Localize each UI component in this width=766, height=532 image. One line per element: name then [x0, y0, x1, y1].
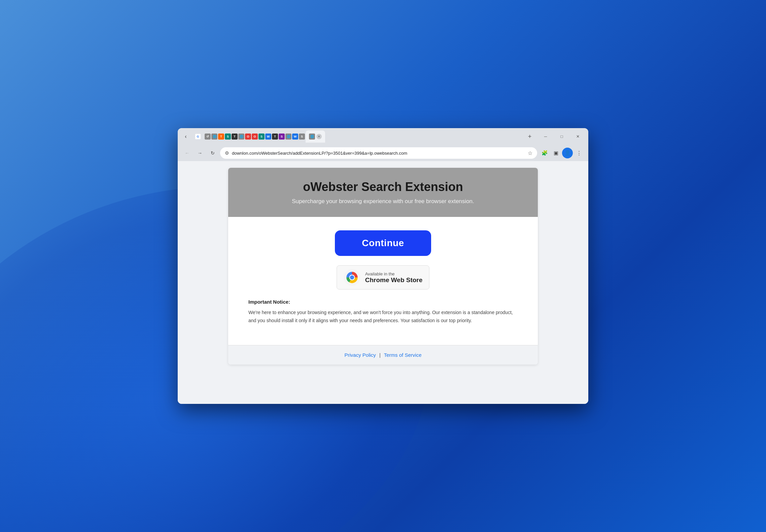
tab-favicon-8[interactable]: O — [245, 134, 251, 140]
sidebar-button[interactable]: ▣ — [551, 148, 561, 158]
chrome-store-name: Chrome Web Store — [365, 276, 423, 284]
minimize-button[interactable]: ─ — [538, 131, 553, 142]
tab-favicon-2[interactable]: ↺ — [205, 134, 211, 140]
tab-favicon-14[interactable]: 🌐 — [285, 134, 291, 140]
url-text: downlon.com/oWebsterSearch/addExtensionL… — [232, 151, 525, 156]
title-bar: ‹ G ↺ 🌐 T S T 🌐 O O S W T S 🌐 W S 🌐 ✕ — [178, 128, 588, 145]
chrome-store-text: Available in the Chrome Web Store — [365, 271, 423, 284]
svg-point-2 — [350, 275, 354, 280]
content-card: oWebster Search Extension Supercharge yo… — [228, 168, 538, 365]
security-icon: ⚙ — [225, 150, 229, 156]
continue-button[interactable]: Continue — [335, 230, 431, 256]
page-content: oWebster Search Extension Supercharge yo… — [178, 161, 588, 404]
tab-favicon-13[interactable]: S — [279, 134, 285, 140]
chrome-store-available: Available in the — [365, 271, 423, 276]
page-title: oWebster Search Extension — [242, 180, 524, 194]
tab-favicon-12[interactable]: T — [272, 134, 278, 140]
footer-separator: | — [379, 352, 381, 358]
tab-favicons-row: ↺ 🌐 T S T 🌐 O O S W T S 🌐 W S 🌐 ✕ — [205, 130, 524, 143]
chrome-store-badge[interactable]: Available in the Chrome Web Store — [337, 265, 430, 290]
close-tab-button[interactable]: ✕ — [316, 134, 322, 139]
tab-list-button[interactable]: ‹ — [180, 131, 191, 142]
card-header: oWebster Search Extension Supercharge yo… — [228, 168, 538, 217]
tab-favicon-5[interactable]: S — [225, 134, 231, 140]
close-button[interactable]: ✕ — [570, 131, 586, 142]
notice-title: Important Notice: — [248, 299, 518, 305]
new-tab-button[interactable]: + — [525, 132, 534, 141]
notice-text: We're here to enhance your browsing expe… — [248, 309, 518, 325]
brand-name: oWebster — [303, 180, 358, 194]
tab-favicon-6[interactable]: T — [232, 134, 238, 140]
chrome-logo — [344, 269, 360, 286]
terms-of-service-link[interactable]: Terms of Service — [384, 352, 422, 358]
window-controls: ─ □ ✕ — [538, 131, 586, 142]
tab-favicon-7[interactable]: 🌐 — [238, 134, 244, 140]
profile-button[interactable]: 👤 — [562, 148, 573, 158]
back-button[interactable]: ← — [182, 148, 193, 158]
toolbar-icons: 🧩 ▣ 👤 ⋮ — [539, 148, 584, 158]
extensions-button[interactable]: 🧩 — [539, 148, 550, 158]
forward-button[interactable]: → — [195, 148, 205, 158]
browser-window: ‹ G ↺ 🌐 T S T 🌐 O O S W T S 🌐 W S 🌐 ✕ — [178, 128, 588, 404]
tab-active[interactable]: 🌐 ✕ — [306, 130, 325, 143]
tab-favicon-15[interactable]: W — [292, 134, 298, 140]
card-footer: Privacy Policy | Terms of Service — [228, 345, 538, 365]
tab-favicon-10[interactable]: S — [258, 134, 265, 140]
privacy-policy-link[interactable]: Privacy Policy — [345, 352, 376, 358]
refresh-button[interactable]: ↻ — [207, 148, 218, 158]
tab-favicon-17: 🌐 — [309, 134, 315, 140]
menu-button[interactable]: ⋮ — [573, 148, 584, 158]
tab-google[interactable]: G — [192, 130, 204, 143]
title-rest: Search Extension — [358, 180, 463, 194]
tab-favicon-16[interactable]: S — [299, 134, 305, 140]
notice-section: Important Notice: We're here to enhance … — [248, 299, 518, 332]
card-body: Continue — [228, 217, 538, 345]
address-bar: ← → ↻ ⚙ downlon.com/oWebsterSearch/addEx… — [178, 145, 588, 161]
tab-favicon-11[interactable]: W — [265, 134, 271, 140]
bookmark-star-icon[interactable]: ☆ — [528, 150, 532, 156]
tab-favicon-google: G — [195, 134, 201, 139]
url-bar[interactable]: ⚙ downlon.com/oWebsterSearch/addExtensio… — [220, 147, 537, 159]
tab-favicon-9[interactable]: O — [252, 134, 258, 140]
tab-favicon-4[interactable]: T — [218, 134, 224, 140]
maximize-button[interactable]: □ — [554, 131, 569, 142]
page-subtitle: Supercharge your browsing experience wit… — [242, 198, 524, 205]
tab-favicon-3[interactable]: 🌐 — [211, 134, 217, 140]
